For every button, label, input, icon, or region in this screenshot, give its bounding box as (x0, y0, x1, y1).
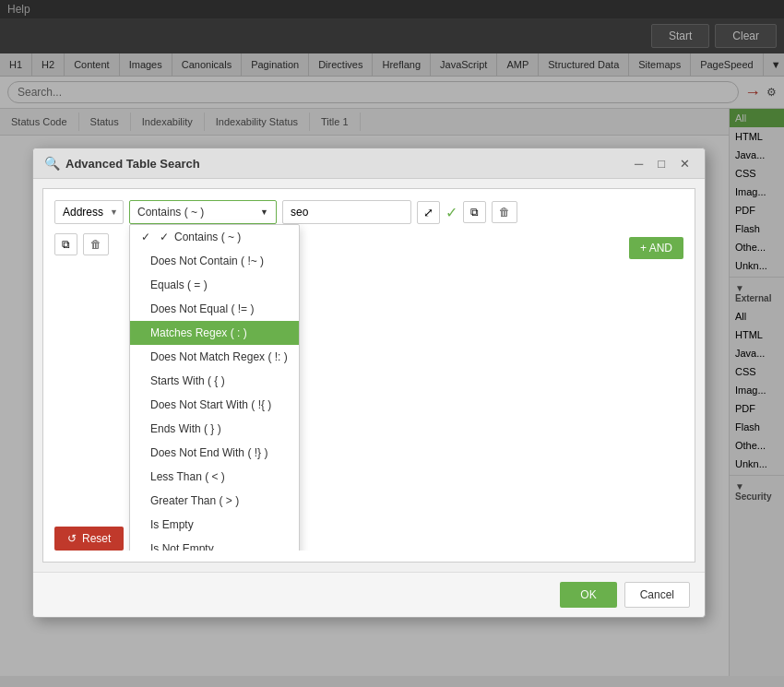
dropdown-item-less-than[interactable]: Less Than ( < ) (130, 465, 299, 489)
modal-title-text: Advanced Table Search (65, 157, 200, 171)
dropdown-item-not-contains[interactable]: Does Not Contain ( !~ ) (130, 249, 299, 273)
dropdown-item-label: Does Not Match Regex ( !: ) (150, 350, 288, 363)
dropdown-item-label: Does Not End With ( !} ) (150, 446, 267, 459)
modal-footer: OK Cancel (33, 572, 705, 617)
dropdown-item-label: Is Empty (150, 518, 194, 531)
cancel-button[interactable]: Cancel (624, 582, 690, 608)
operator-dropdown-menu: ✓ Contains ( ~ ) Does Not Contain ( !~ )… (129, 224, 300, 551)
dropdown-item-starts-with[interactable]: Starts With ( { ) (130, 369, 299, 393)
field-select[interactable]: Address (54, 200, 124, 224)
dropdown-item-label: Does Not Contain ( !~ ) (150, 255, 264, 267)
operator-dropdown-container: Contains ( ~ ) ▼ ✓ Contains ( ~ ) Does N… (129, 200, 277, 224)
operator-chevron-icon: ▼ (260, 207, 268, 217)
modal-advanced-search: 🔍 Advanced Table Search ─ □ ✕ Address (32, 148, 706, 618)
modal-scroll-area[interactable]: Address Contains ( ~ ) ▼ ✓ Contains ( ~ … (54, 200, 683, 551)
modal-controls: ─ □ ✕ (631, 157, 694, 171)
operator-label: Contains ( ~ ) (137, 206, 204, 219)
expand-button[interactable]: ⤢ (417, 201, 440, 224)
dropdown-item-label: Does Not Start With ( !{ ) (150, 398, 271, 411)
dropdown-item-not-starts-with[interactable]: Does Not Start With ( !{ ) (130, 393, 299, 417)
copy-filter-button[interactable]: ⧉ (463, 201, 486, 223)
dropdown-item-label: Starts With ( { ) (150, 374, 225, 387)
dropdown-item-label: Ends With ( } ) (150, 422, 221, 435)
dropdown-item-matches-regex[interactable]: Matches Regex ( : ) (130, 321, 299, 345)
modal-minimize-button[interactable]: ─ (631, 157, 647, 171)
reset-button[interactable]: ↺ Reset (54, 527, 124, 551)
modal-title: 🔍 Advanced Table Search (44, 156, 200, 171)
dropdown-item-label: Equals ( = ) (150, 278, 208, 291)
dropdown-item-is-not-empty[interactable]: Is Not Empty (130, 537, 299, 551)
row-copy-button[interactable]: ⧉ (54, 233, 77, 255)
dropdown-item-greater-than[interactable]: Greater Than ( > ) (130, 489, 299, 513)
filter-value-input[interactable] (282, 200, 411, 224)
modal-maximize-button[interactable]: □ (654, 157, 669, 171)
operator-select-button[interactable]: Contains ( ~ ) ▼ (129, 200, 277, 224)
modal-close-button[interactable]: ✕ (676, 157, 694, 171)
modal-title-icon: 🔍 (44, 156, 60, 171)
dropdown-item-label: Does Not Equal ( != ) (150, 302, 254, 315)
dropdown-item-not-ends-with[interactable]: Does Not End With ( !} ) (130, 441, 299, 465)
row-delete-button[interactable]: 🗑 (83, 233, 109, 255)
dropdown-item-label: Is Not Empty (150, 542, 214, 551)
reset-label: Reset (82, 532, 111, 545)
dropdown-check-icon: ✓ (160, 231, 169, 243)
delete-filter-button[interactable]: 🗑 (492, 201, 517, 223)
dropdown-item-contains[interactable]: ✓ Contains ( ~ ) (130, 225, 299, 249)
dropdown-item-equals[interactable]: Equals ( = ) (130, 273, 299, 297)
ok-button[interactable]: OK (560, 582, 616, 608)
dropdown-item-label: Contains ( ~ ) (174, 231, 241, 243)
dropdown-item-ends-with[interactable]: Ends With ( } ) (130, 417, 299, 441)
confirm-filter-button[interactable]: ✓ (445, 204, 457, 221)
reset-container: ↺ Reset (54, 527, 124, 551)
modal-body: Address Contains ( ~ ) ▼ ✓ Contains ( ~ … (42, 188, 695, 563)
dropdown-item-not-match-regex[interactable]: Does Not Match Regex ( !: ) (130, 345, 299, 369)
dropdown-item-label: Matches Regex ( : ) (150, 326, 247, 339)
dropdown-item-label: Greater Than ( > ) (150, 494, 239, 507)
dropdown-item-label: Less Than ( < ) (150, 470, 225, 483)
dropdown-item-not-equal[interactable]: Does Not Equal ( != ) (130, 297, 299, 321)
field-select-wrapper: Address (54, 200, 124, 224)
and-button[interactable]: + AND (629, 237, 683, 259)
modal-titlebar: 🔍 Advanced Table Search ─ □ ✕ (33, 148, 705, 179)
filter-row: Address Contains ( ~ ) ▼ ✓ Contains ( ~ … (54, 200, 680, 224)
reset-icon: ↺ (67, 532, 77, 545)
dropdown-item-is-empty[interactable]: Is Empty (130, 513, 299, 537)
